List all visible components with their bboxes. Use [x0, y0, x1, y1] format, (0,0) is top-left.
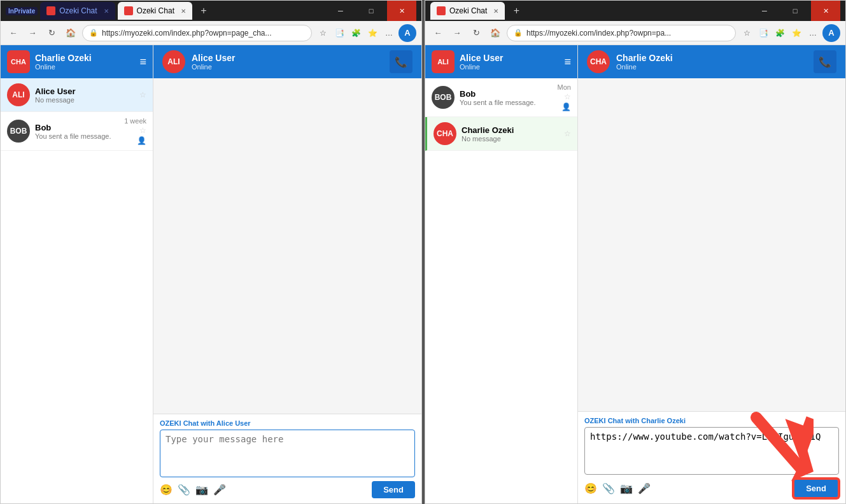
- left-chat-header-avatar: ALI: [162, 50, 185, 73]
- left-video-icon[interactable]: 📷: [195, 484, 208, 496]
- left-menu-icon[interactable]: ≡: [139, 55, 146, 69]
- right-extensions-icon[interactable]: 🧩: [773, 26, 787, 40]
- left-browser-window: InPrivate Ozeki Chat ✕ Ozeki Chat ✕ + ─ …: [0, 0, 422, 504]
- right-charlie-meta: ☆: [564, 129, 571, 138]
- left-chat-messages: [153, 78, 421, 414]
- right-bob-meta: Mon ☆ 👤: [558, 83, 571, 111]
- left-alice-last: No message: [35, 96, 134, 104]
- right-win-controls: ─ □ ✕: [750, 1, 840, 21]
- back-button[interactable]: ←: [6, 25, 21, 41]
- right-maximize-button[interactable]: □: [780, 1, 810, 21]
- home-button[interactable]: 🏠: [63, 25, 78, 41]
- left-app-container: CHA Charlie Ozeki Online ≡ ALI Alice Use…: [1, 45, 421, 503]
- right-titlebar: Ozeki Chat ✕ + ─ □ ✕: [425, 1, 845, 21]
- refresh-button[interactable]: ↻: [44, 25, 59, 41]
- right-bob-last: You sent a file message.: [460, 99, 553, 106]
- url-text: https://myozeki.com/index.php?owpn=page_…: [102, 29, 305, 38]
- right-chat-toolbar: 😊 📎 📷 🎤 Send: [584, 479, 839, 498]
- right-chat-contact-status: Online: [616, 63, 807, 71]
- left-contact-alice[interactable]: ALI Alice User No message ☆: [1, 78, 153, 112]
- left-new-tab-button[interactable]: +: [195, 2, 213, 20]
- right-emoji-icon[interactable]: 😊: [584, 482, 597, 494]
- left-toolbar-icons: ☆ 📑 🧩 ⭐ … A: [316, 24, 416, 42]
- close-button[interactable]: ✕: [387, 1, 416, 21]
- left-bob-last: You sent a file message.: [35, 132, 119, 140]
- right-close-button[interactable]: ✕: [811, 1, 840, 21]
- left-mic-icon[interactable]: 🎤: [213, 484, 226, 496]
- right-sidebar-header: ALI Alice User Online ≡: [425, 45, 577, 78]
- right-call-button[interactable]: 📞: [814, 50, 836, 73]
- minimize-button[interactable]: ─: [326, 1, 355, 21]
- right-send-button[interactable]: Send: [793, 479, 839, 498]
- right-star-icon[interactable]: ☆: [740, 26, 754, 40]
- right-favorites-icon[interactable]: ⭐: [789, 26, 803, 40]
- right-menu-icon[interactable]: ≡: [564, 55, 571, 69]
- right-back-button[interactable]: ←: [430, 25, 446, 41]
- right-chat-header-initials: CHA: [590, 57, 607, 66]
- right-attach-icon[interactable]: 📎: [602, 482, 615, 494]
- right-message-input-container: https://www.youtube.com/watch?v=LEeIguhs…: [584, 427, 839, 475]
- left-send-button[interactable]: Send: [372, 481, 415, 498]
- left-tab-1-close[interactable]: ✕: [104, 8, 109, 15]
- profile-icon[interactable]: A: [398, 24, 416, 42]
- left-alice-name: Alice User: [35, 87, 134, 96]
- left-attach-icon[interactable]: 📎: [178, 484, 190, 496]
- left-contact-list: ALI Alice User No message ☆ BOB: [1, 78, 153, 503]
- right-minimize-button[interactable]: ─: [750, 1, 779, 21]
- right-contact-charlie[interactable]: CHA Charlie Ozeki No message ☆: [425, 117, 577, 151]
- right-tab-1-close[interactable]: ✕: [493, 8, 498, 15]
- forward-button[interactable]: →: [25, 25, 40, 41]
- left-alice-avatar: ALI: [7, 83, 30, 106]
- left-sidebar-status: Online: [35, 63, 134, 71]
- right-sidebar-initials: ALI: [437, 58, 449, 66]
- left-message-input[interactable]: [166, 434, 409, 471]
- right-more-icon[interactable]: …: [806, 26, 820, 40]
- right-charlie-star: ☆: [564, 129, 571, 138]
- right-chat-header: CHA Charlie Ozeki Online 📞: [578, 45, 845, 78]
- right-sidebar-user-info: Alice User Online: [460, 53, 559, 71]
- right-collections-icon[interactable]: 📑: [756, 26, 770, 40]
- left-sidebar: CHA Charlie Ozeki Online ≡ ALI Alice Use…: [1, 45, 153, 503]
- left-bob-avatar: BOB: [7, 120, 30, 143]
- right-new-tab-button[interactable]: +: [507, 2, 525, 20]
- right-refresh-button[interactable]: ↻: [469, 25, 484, 41]
- left-alice-initials: ALI: [12, 90, 24, 99]
- left-emoji-icon[interactable]: 😊: [160, 484, 173, 496]
- left-tab-2-close[interactable]: ✕: [181, 8, 186, 15]
- extensions-icon[interactable]: 🧩: [349, 26, 363, 40]
- right-profile-icon[interactable]: A: [822, 24, 840, 42]
- right-chat-header-info: Charlie Ozeki Online: [616, 53, 807, 71]
- left-chat-label: OZEKI Chat with Alice User: [160, 419, 415, 427]
- left-tab-1[interactable]: Ozeki Chat ✕: [40, 2, 115, 20]
- maximize-button[interactable]: □: [356, 1, 386, 21]
- collections-icon[interactable]: 📑: [332, 26, 346, 40]
- right-app-container: ALI Alice User Online ≡ BOB Bob You sent…: [425, 45, 845, 503]
- lock-icon: 🔒: [89, 29, 98, 37]
- left-sidebar-username: Charlie Ozeki: [35, 53, 134, 63]
- left-tab-1-label: Ozeki Chat: [59, 6, 97, 15]
- right-charlie-last: No message: [462, 135, 559, 143]
- left-tab-2[interactable]: Ozeki Chat ✕: [118, 2, 192, 20]
- right-video-icon[interactable]: 📷: [620, 482, 633, 494]
- address-field-right[interactable]: 🔒 https://myozeki.com/index.php?owpn=pa.…: [507, 25, 736, 41]
- right-forward-button[interactable]: →: [449, 25, 465, 41]
- right-mic-icon[interactable]: 🎤: [638, 482, 651, 494]
- right-home-button[interactable]: 🏠: [488, 25, 503, 41]
- left-sidebar-initials: CHA: [11, 58, 26, 66]
- left-contact-bob[interactable]: BOB Bob You sent a file message. 1 week …: [1, 112, 153, 151]
- right-message-input[interactable]: https://www.youtube.com/watch?v=LEeIguhs…: [590, 431, 833, 468]
- right-sidebar-avatar: ALI: [432, 50, 455, 73]
- right-bob-person: 👤: [561, 102, 571, 111]
- left-alice-meta: ☆: [139, 90, 146, 99]
- right-lock-icon: 🔒: [514, 29, 523, 37]
- address-field-left[interactable]: 🔒 https://myozeki.com/index.php?owpn=pag…: [82, 25, 312, 41]
- right-contact-bob[interactable]: BOB Bob You sent a file message. Mon ☆ 👤: [425, 78, 577, 117]
- favorites-icon[interactable]: ⭐: [365, 26, 379, 40]
- right-chat-footer: OZEKI Chat with Charlie Ozeki https://ww…: [578, 411, 845, 503]
- right-tab-1[interactable]: Ozeki Chat ✕: [430, 2, 505, 20]
- left-win-controls: ─ □ ✕: [326, 1, 416, 21]
- more-icon[interactable]: …: [382, 26, 396, 40]
- star-icon[interactable]: ☆: [316, 26, 330, 40]
- right-contact-list: BOB Bob You sent a file message. Mon ☆ 👤: [425, 78, 577, 503]
- left-call-button[interactable]: 📞: [390, 50, 412, 73]
